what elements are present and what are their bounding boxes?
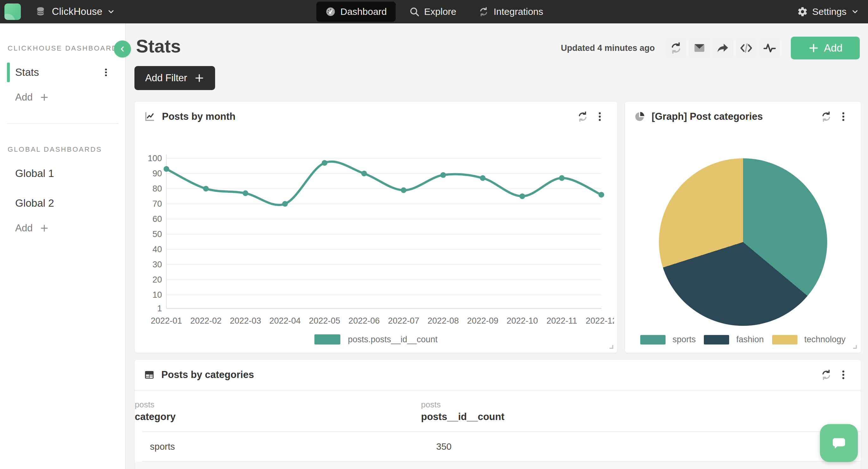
card-title: [Graph] Post categories: [652, 111, 763, 122]
svg-text:30: 30: [152, 260, 162, 269]
legend-label: posts.posts__id__count: [348, 335, 438, 344]
nav-item-dashboard[interactable]: Dashboard: [316, 2, 396, 22]
brand[interactable]: ClickHouse: [4, 3, 115, 20]
active-indicator: [7, 63, 10, 82]
chat-bubble-icon: [829, 433, 849, 453]
database-icon: [35, 6, 46, 18]
table-row-sports[interactable]: sports350: [135, 432, 861, 461]
settings-menu[interactable]: Settings: [794, 0, 862, 23]
activity-button[interactable]: [759, 38, 780, 59]
settings-label: Settings: [812, 6, 846, 17]
sidebar-collapse-button[interactable]: [114, 40, 131, 58]
line-chart-icon: [144, 111, 156, 123]
add-label: Add: [15, 223, 33, 234]
nav-item-label: Dashboard: [340, 6, 387, 17]
card-title: Posts by categories: [161, 369, 254, 380]
sidebar-item-label: Stats: [15, 66, 39, 78]
svg-text:2022-06: 2022-06: [348, 316, 380, 326]
kebab-menu-icon[interactable]: [835, 366, 852, 383]
share-button[interactable]: [712, 38, 733, 59]
add-label: Add: [15, 92, 33, 103]
sidebar-item-stats[interactable]: Stats: [0, 63, 125, 82]
sidebar-item-label: Global 1: [15, 168, 54, 179]
svg-text:50: 50: [152, 229, 162, 239]
column-header-posts__id__count: posts__id__count: [421, 411, 504, 423]
kebab-menu-icon[interactable]: [835, 108, 852, 125]
svg-text:1: 1: [157, 304, 162, 313]
search-icon: [409, 6, 420, 17]
svg-text:90: 90: [152, 169, 162, 178]
plus-icon: [39, 93, 49, 102]
table-row-fashion[interactable]: fashion330: [135, 462, 861, 469]
svg-text:60: 60: [152, 214, 162, 224]
page-title: Stats: [136, 35, 181, 57]
svg-text:2022-01: 2022-01: [151, 316, 182, 326]
add-filter-label: Add Filter: [145, 72, 187, 84]
chevron-down-icon: [107, 8, 115, 16]
legend-item: posts.posts__id__count: [314, 334, 438, 344]
resize-handle-icon[interactable]: [608, 344, 615, 350]
svg-text:80: 80: [152, 184, 162, 193]
sidebar-add-dashboard-button[interactable]: Add: [15, 92, 125, 103]
kebab-menu-icon[interactable]: [591, 108, 608, 125]
column-group-label: posts: [135, 400, 154, 410]
email-report-button[interactable]: [689, 38, 710, 59]
line-chart: 11020304050607080901002022-012022-022022…: [138, 149, 614, 331]
chevron-left-icon: [118, 45, 127, 53]
svg-text:40: 40: [152, 245, 162, 254]
add-button-label: Add: [824, 42, 843, 54]
sidebar-section-title: CLICKHOUSE DASHBOARDS: [8, 44, 125, 53]
app-logo: [4, 3, 21, 20]
svg-text:2022-03: 2022-03: [230, 316, 261, 326]
pie-chart-icon: [634, 111, 645, 122]
sidebar-add-dashboard-button[interactable]: Add: [15, 223, 125, 234]
brand-label: ClickHouse: [52, 6, 102, 18]
legend-label: fashion: [736, 335, 764, 344]
refresh-dashboard-button[interactable]: [665, 38, 686, 59]
svg-text:10: 10: [152, 290, 162, 300]
sidebar-item-label: Global 2: [15, 197, 54, 209]
svg-text:2022-04: 2022-04: [269, 316, 301, 326]
svg-text:2022-10: 2022-10: [506, 316, 538, 326]
nav-item-label: Integrations: [493, 6, 543, 17]
kebab-menu-icon[interactable]: [101, 67, 111, 78]
nav-item-label: Explore: [424, 6, 457, 17]
refresh-card-icon[interactable]: [574, 108, 591, 125]
sidebar-item-global-1[interactable]: Global 1: [0, 164, 125, 183]
refresh-card-icon[interactable]: [818, 108, 835, 125]
add-filter-button[interactable]: Add Filter: [134, 66, 215, 90]
updated-timestamp: Updated 4 minutes ago: [561, 43, 655, 53]
nav-item-explore[interactable]: Explore: [400, 2, 465, 22]
svg-text:100: 100: [148, 154, 162, 163]
sidebar-section-title: GLOBAL DASHBOARDS: [8, 145, 125, 154]
refresh-card-icon[interactable]: [818, 366, 835, 383]
header-actions: Updated 4 minutes ago Add: [561, 37, 860, 59]
column-group-label: posts: [421, 400, 441, 410]
gauge-icon: [325, 6, 336, 17]
nav-item-integrations[interactable]: Integrations: [469, 2, 552, 22]
main-nav: DashboardExploreIntegrations: [316, 0, 552, 23]
sidebar-item-global-2[interactable]: Global 2: [0, 193, 125, 213]
legend-swatch: [314, 334, 340, 344]
svg-text:70: 70: [152, 199, 162, 209]
svg-text:2022-09: 2022-09: [467, 316, 498, 326]
chat-widget-button[interactable]: [820, 424, 858, 462]
embed-code-button[interactable]: [736, 38, 757, 59]
svg-text:2022-02: 2022-02: [190, 316, 221, 326]
column-header-category: category: [135, 411, 176, 423]
plus-icon: [194, 73, 204, 83]
line-chart-svg: 11020304050607080901002022-012022-022022…: [138, 149, 614, 331]
post-categories-card: [Graph] Post categories sportsfashiontec…: [625, 101, 861, 353]
line-chart-legend: posts.posts__id__count: [135, 334, 617, 344]
plus-icon: [39, 224, 49, 233]
table-cell: 350: [436, 441, 452, 452]
legend-label: technology: [804, 335, 846, 344]
svg-text:20: 20: [152, 275, 162, 284]
posts-by-month-card: Posts by month 1102030405060708090100202…: [134, 101, 617, 353]
legend-swatch: [640, 335, 665, 344]
svg-text:2022-05: 2022-05: [309, 316, 340, 326]
top-bar: ClickHouse DashboardExploreIntegrations …: [0, 0, 868, 23]
svg-text:2022-12: 2022-12: [586, 316, 614, 326]
resize-handle-icon[interactable]: [852, 344, 858, 350]
add-button[interactable]: Add: [791, 37, 860, 59]
